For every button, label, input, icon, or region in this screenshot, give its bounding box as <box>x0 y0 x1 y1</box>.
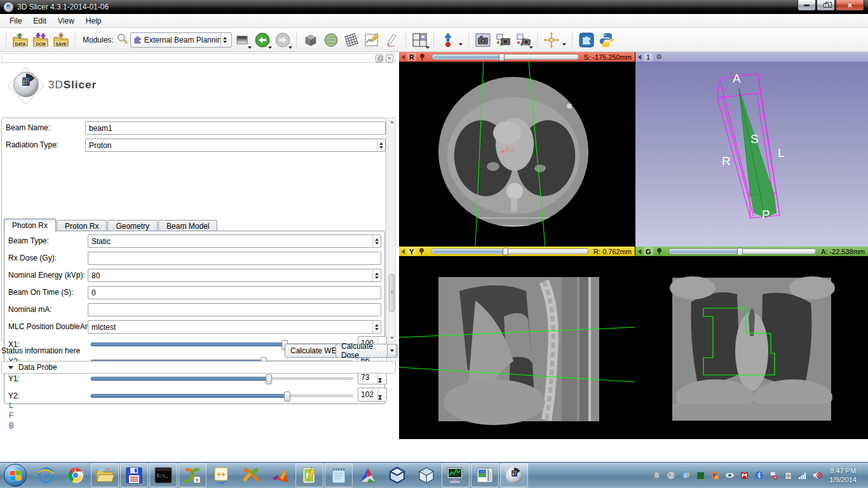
green-pin-icon[interactable] <box>656 248 663 255</box>
transforms-grid-icon[interactable] <box>341 30 362 50</box>
taskbar-notepad-plus-plus[interactable]: N <box>295 463 323 487</box>
python-console-icon[interactable] <box>597 30 617 50</box>
menu-edit[interactable]: Edit <box>27 15 52 27</box>
svg-text:++: ++ <box>217 470 226 479</box>
models-sphere-icon[interactable] <box>321 30 341 50</box>
system-tray: 8:47 PM 1/9/2014 <box>651 466 868 484</box>
tray-green-grid-icon[interactable] <box>695 470 705 480</box>
taskbar-plusplus-tool[interactable]: ++ <box>208 463 236 487</box>
scene-view-camera-icon[interactable] <box>493 30 513 50</box>
green-slice-slider[interactable] <box>669 248 816 254</box>
red-slice-view[interactable]: F-1 <box>399 62 635 247</box>
scene-view-restore-icon[interactable] <box>513 30 534 50</box>
close-button[interactable]: ✕ <box>836 0 864 11</box>
tray-snagit-icon[interactable] <box>710 470 720 480</box>
taskbar-command-prompt[interactable]: C:\_ <box>149 463 177 487</box>
editor-icon[interactable] <box>362 30 382 50</box>
tab-beam-model[interactable]: Beam Model <box>158 220 217 231</box>
menu-view[interactable]: View <box>52 15 80 27</box>
windows-flag-icon <box>10 470 21 480</box>
module-search-icon[interactable] <box>116 32 129 47</box>
threed-view[interactable]: A S R L P <box>635 62 868 247</box>
nominal-energy-combo[interactable]: 80 <box>88 269 381 282</box>
beam-on-time-input[interactable]: 0 <box>88 286 381 299</box>
taskbar-notepad[interactable] <box>325 463 353 487</box>
taskbar-floppy-save[interactable] <box>120 463 148 487</box>
tray-globe-messenger-icon[interactable] <box>681 470 691 480</box>
module-selector-combo[interactable]: External Beam Planning <box>130 32 232 48</box>
tray-clipboard-power-icon[interactable] <box>783 470 793 480</box>
taskbar-chrome[interactable] <box>62 463 90 487</box>
taskbar-document-window[interactable] <box>471 463 499 487</box>
status-more-button[interactable] <box>387 344 397 358</box>
taskbar-system-monitor[interactable] <box>442 463 470 487</box>
green-slice-view[interactable] <box>635 256 868 439</box>
nominal-ma-input[interactable] <box>88 303 381 316</box>
tray-mcafee-icon[interactable] <box>739 470 749 480</box>
module-history-button[interactable] <box>232 30 252 50</box>
load-dicom-button[interactable]: DCM <box>31 30 51 50</box>
yellow-collapse-icon[interactable] <box>402 249 405 254</box>
tab-photon-rx[interactable]: Photon Rx <box>4 219 56 231</box>
annotations-pencil-icon[interactable] <box>382 30 402 50</box>
tray-action-center-flag-icon[interactable] <box>768 470 778 480</box>
threed-collapse-icon[interactable] <box>638 55 641 60</box>
radiation-type-combo[interactable]: Proton <box>85 139 386 152</box>
y2-slider[interactable] <box>90 395 353 397</box>
tray-network-signal-icon[interactable] <box>797 470 808 480</box>
threed-settings-gear-icon[interactable]: ⚙ <box>656 53 662 61</box>
mlc-position-combo[interactable]: mlctest <box>88 320 381 334</box>
extensions-manager-icon[interactable] <box>576 30 597 50</box>
tray-volume-muted-icon[interactable] <box>812 470 822 480</box>
tray-agent-icon[interactable] <box>666 470 676 480</box>
taskbar-virtualbox[interactable] <box>383 463 411 487</box>
taskbar-exceed-9[interactable]: 9 <box>179 463 207 487</box>
start-button[interactable] <box>4 464 27 487</box>
beam-name-input[interactable]: beam1 <box>85 121 386 135</box>
panel-scrollbar[interactable] <box>388 118 396 342</box>
save-button[interactable]: SAVE <box>51 30 71 50</box>
red-pin-icon[interactable] <box>419 53 426 60</box>
yellow-slice-view[interactable] <box>399 256 635 439</box>
taskbar-slicer-active[interactable] <box>500 463 528 487</box>
screenshot-camera-icon[interactable] <box>473 30 493 50</box>
tray-bluetooth-icon[interactable] <box>754 470 764 480</box>
taskbar-cmake[interactable] <box>354 463 382 487</box>
menu-file[interactable]: File <box>4 15 27 27</box>
tray-bell-icon[interactable] <box>651 470 661 480</box>
data-probe-header[interactable]: Data Probe <box>1 361 396 374</box>
layout-selector-button[interactable] <box>410 30 430 50</box>
tab-geometry[interactable]: Geometry <box>107 220 158 231</box>
y2-spinbox[interactable]: 102 <box>358 388 387 402</box>
mouse-interaction-mode-icon[interactable] <box>438 30 458 50</box>
green-collapse-icon[interactable] <box>638 249 641 254</box>
taskbar-cube-app[interactable] <box>412 463 440 487</box>
taskbar-file-explorer[interactable] <box>91 463 119 487</box>
load-data-button[interactable]: DATA <box>10 30 31 50</box>
yellow-pin-icon[interactable] <box>418 248 425 255</box>
rx-dose-input[interactable] <box>88 252 381 265</box>
tab-proton-rx[interactable]: Proton Rx <box>57 220 107 231</box>
forward-arrow-button[interactable] <box>273 30 293 50</box>
tray-eye-icon[interactable] <box>724 470 735 480</box>
red-slice-slider[interactable] <box>432 54 579 60</box>
taskbar-internet-explorer[interactable]: e <box>32 463 60 487</box>
taskbar-matlab[interactable] <box>266 463 294 487</box>
minimize-button[interactable] <box>797 0 816 11</box>
beam-type-combo[interactable]: Static <box>88 234 381 248</box>
y1-slider[interactable] <box>90 377 353 380</box>
taskbar-clock[interactable]: 8:47 PM 1/9/2014 <box>827 466 863 484</box>
scrollbar-thumb[interactable] <box>389 274 395 312</box>
taskbar-exceed-x[interactable] <box>237 463 265 487</box>
panel-close-button[interactable]: ✕ <box>386 55 393 62</box>
panel-popout-button[interactable] <box>376 55 383 62</box>
windows-taskbar: e C:\_ <box>0 462 868 488</box>
restore-button[interactable] <box>817 0 835 11</box>
orientation-l: L <box>778 146 785 159</box>
volumes-cube-icon[interactable] <box>301 30 321 50</box>
back-arrow-button[interactable] <box>252 30 273 50</box>
yellow-slice-slider[interactable] <box>431 248 588 254</box>
crosshair-icon[interactable] <box>541 30 562 50</box>
menu-help[interactable]: Help <box>80 15 107 27</box>
red-collapse-icon[interactable] <box>402 55 405 60</box>
